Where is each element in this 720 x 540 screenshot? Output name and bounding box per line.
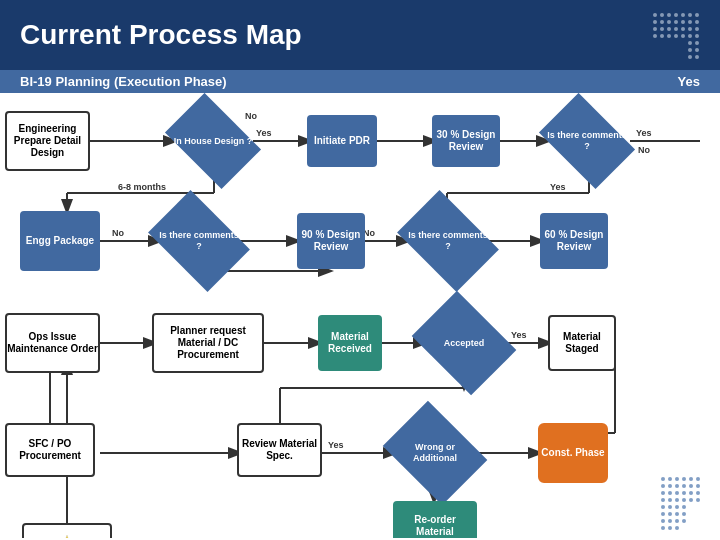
const-phase-box: Const. Phase [538,423,608,483]
svg-point-99 [696,484,700,488]
planner-request-box: Planner request Material / DC Procuremen… [152,313,264,373]
svg-point-29 [695,41,699,45]
svg-point-90 [675,491,679,495]
svg-point-1 [660,13,664,17]
svg-point-109 [682,505,686,509]
svg-point-114 [661,519,665,523]
svg-point-113 [682,512,686,516]
svg-point-5 [653,20,657,24]
header-dots-icon [650,10,700,60]
svg-point-93 [675,498,679,502]
material-received-box: Material Received [318,315,382,371]
svg-point-12 [667,27,671,31]
svg-text:Yes: Yes [550,182,566,192]
svg-marker-81 [58,535,76,538]
svg-point-86 [668,484,672,488]
svg-point-94 [682,477,686,481]
svg-point-14 [681,27,685,31]
svg-point-92 [668,498,672,502]
svg-point-33 [695,55,699,59]
ops-issue-box: Ops Issue Maintenance Order [5,313,100,373]
svg-text:6-8 months: 6-8 months [118,182,166,192]
svg-point-4 [681,13,685,17]
svg-point-82 [661,477,665,481]
review-material-box: Review Material Spec. [237,423,322,477]
svg-point-87 [675,484,679,488]
svg-point-120 [675,526,679,530]
in-house-diamond: In House Design ? [173,113,253,169]
svg-text:No: No [638,145,650,155]
svg-point-110 [661,512,665,516]
svg-point-112 [675,512,679,516]
design-60-box: 60 % Design Review [540,213,608,269]
svg-point-104 [689,498,693,502]
svg-point-25 [695,27,699,31]
reorder-material-box: Re-order Material [393,501,477,538]
award-contract-box: Award contract [22,523,112,538]
svg-point-22 [688,20,692,24]
svg-point-102 [696,491,700,495]
star-icon [57,534,77,538]
svg-point-107 [668,505,672,509]
subheader: BI-19 Planning (Execution Phase) Yes [0,70,720,93]
svg-point-13 [674,27,678,31]
svg-point-18 [674,34,678,38]
comments3-diamond: Is there comments ? [406,211,490,271]
comments2-diamond: Is there comments ? [157,211,241,271]
wrong-additional-diamond: Wrong or Additional [393,421,477,485]
header: Current Process Map [0,0,720,70]
svg-point-16 [660,34,664,38]
svg-point-89 [668,491,672,495]
svg-point-95 [689,477,693,481]
svg-point-101 [689,491,693,495]
svg-point-103 [682,498,686,502]
svg-point-111 [668,512,672,516]
engg-package-box: Engg Package [20,211,100,271]
svg-text:Yes: Yes [636,128,652,138]
accepted-diamond: Accepted [422,311,506,375]
svg-text:Yes: Yes [511,330,527,340]
svg-point-26 [688,34,692,38]
svg-point-15 [653,34,657,38]
svg-point-21 [695,13,699,17]
bottom-right-dots [658,474,718,538]
svg-point-91 [661,498,665,502]
comments1-diamond: Is there comments ? [547,113,627,169]
svg-point-117 [682,519,686,523]
svg-point-85 [661,484,665,488]
svg-point-17 [667,34,671,38]
sfc-po-box: SFC / PO Procurement [5,423,95,477]
svg-point-96 [696,477,700,481]
svg-point-84 [675,477,679,481]
subheader-title: BI-19 Planning (Execution Phase) [20,74,227,89]
design-90-box: 90 % Design Review [297,213,365,269]
svg-text:Yes: Yes [328,440,344,450]
design-30-box: 30 % Design Review [432,115,500,167]
svg-point-10 [653,27,657,31]
svg-point-11 [660,27,664,31]
material-staged-box: Material Staged [548,315,616,371]
svg-point-2 [667,13,671,17]
svg-point-100 [682,491,686,495]
svg-point-105 [696,498,700,502]
svg-point-19 [681,34,685,38]
svg-point-8 [674,20,678,24]
eng-prepare-box: Engineering Prepare Detail Design [5,111,90,171]
subheader-yes: Yes [678,74,700,89]
svg-point-88 [661,491,665,495]
svg-point-98 [689,484,693,488]
svg-point-119 [668,526,672,530]
svg-point-0 [653,13,657,17]
svg-point-83 [668,477,672,481]
svg-point-115 [668,519,672,523]
svg-point-23 [695,20,699,24]
page-title: Current Process Map [20,19,302,51]
svg-point-20 [688,13,692,17]
svg-text:No: No [112,228,124,238]
svg-point-9 [681,20,685,24]
svg-point-97 [682,484,686,488]
svg-point-116 [675,519,679,523]
svg-point-3 [674,13,678,17]
svg-point-6 [660,20,664,24]
svg-point-32 [688,55,692,59]
